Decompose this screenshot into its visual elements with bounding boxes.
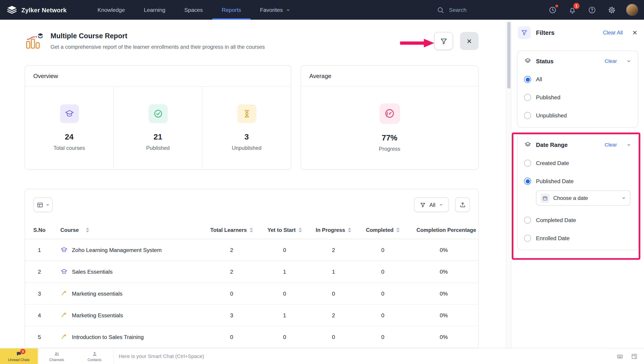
date-range-clear-link[interactable]: Clear (605, 142, 617, 148)
status-section-header[interactable]: Status Clear (524, 58, 631, 65)
nav-spaces[interactable]: Spaces (175, 0, 212, 20)
vertical-scrollbar[interactable] (506, 20, 511, 348)
table-row[interactable]: 1 Zoho Learning Management System 2 0 2 … (25, 239, 478, 261)
scrollbar-thumb[interactable] (507, 22, 511, 88)
tab-unread-chats[interactable]: 3 Unread Chats (0, 348, 38, 364)
funnel-icon (420, 202, 426, 208)
radio-selected[interactable] (524, 178, 531, 185)
smart-chat-input[interactable] (113, 348, 610, 364)
cell-yet-to-start: 1 (258, 268, 311, 275)
chatbar-right-icons (610, 348, 644, 364)
clear-all-link[interactable]: Clear All (603, 30, 623, 36)
notifications-button[interactable]: 1 (565, 3, 579, 17)
row-course[interactable]: Marketing Essentials (54, 312, 205, 319)
search-trigger[interactable]: Search (437, 6, 467, 14)
chevron-down-icon[interactable] (626, 58, 631, 64)
stat-total-courses: 24 Total courses (25, 86, 114, 168)
settings-button[interactable] (605, 3, 618, 17)
tab-label: Contacts (88, 358, 101, 362)
column-settings-button[interactable] (33, 198, 53, 212)
nav-favorites[interactable]: Favorites (251, 0, 300, 20)
radio-selected[interactable] (524, 76, 531, 83)
learning-path-icon (60, 333, 68, 340)
sort-icon[interactable] (348, 228, 351, 232)
date-option-published[interactable]: Published Date (524, 178, 631, 185)
course-name: Marketing Essentials (72, 312, 123, 318)
table-row[interactable]: 4 Marketing Essentials 3 1 2 0 0% (25, 304, 478, 326)
chevron-down-icon (286, 8, 290, 12)
row-course[interactable]: Introduction to Sales Training (54, 333, 205, 340)
cell-completed: 0 (356, 268, 410, 275)
date-range-section-title: Date Range (536, 142, 567, 148)
status-clear-link[interactable]: Clear (605, 58, 617, 64)
row-course[interactable]: Sales Essentials (54, 268, 205, 276)
report-filter-button[interactable] (434, 32, 453, 50)
cell-in-progress: 0 (311, 290, 356, 297)
user-avatar[interactable] (626, 4, 638, 16)
chat-window-icon[interactable] (631, 353, 638, 360)
cell-completion-pct: 0% (410, 334, 478, 340)
app-window: Zylker Network Knowledge Learning Spaces… (0, 0, 644, 364)
col-yet-to-start[interactable]: Yet to Start (258, 227, 311, 233)
table-row[interactable]: 5 Introduction to Sales Training 0 0 0 0… (25, 326, 478, 348)
status-option-unpublished[interactable]: Unpublished (524, 112, 631, 119)
radio[interactable] (524, 94, 531, 101)
radio[interactable] (524, 217, 531, 224)
radio[interactable] (524, 160, 531, 166)
row-course[interactable]: Zoho Learning Management System (54, 246, 205, 254)
date-option-enrolled[interactable]: Enrolled Date (524, 235, 631, 242)
tab-channels[interactable]: Channels (38, 348, 76, 364)
chevron-down-icon (46, 203, 50, 207)
nav-reports[interactable]: Reports (212, 0, 250, 20)
col-course[interactable]: Course (54, 227, 205, 233)
col-completed[interactable]: Completed (356, 227, 410, 233)
chevron-down-icon[interactable] (626, 142, 631, 147)
stat-label: Total courses (54, 145, 85, 151)
export-button[interactable] (455, 198, 470, 212)
courses-table-card: All S.No Course Total Learners Yet to St… (25, 189, 478, 348)
date-picker-dropdown[interactable]: Choose a date (536, 190, 630, 206)
courses-table: S.No Course Total Learners Yet to Start … (25, 221, 478, 348)
layers-icon (524, 141, 531, 148)
report-close-button[interactable]: ✕ (460, 32, 479, 50)
sort-icon[interactable] (396, 228, 400, 232)
table-row[interactable]: 3 Marketing essentials 0 0 0 0 0% (25, 283, 478, 304)
overview-card: Overview 24 Total courses 21 (25, 65, 291, 170)
col-completion-pct[interactable]: Completion Percentage (410, 227, 478, 233)
sort-icon[interactable] (298, 228, 302, 232)
status-option-all[interactable]: All (524, 76, 631, 83)
brand-name: Zylker Network (21, 6, 67, 13)
cell-completion-pct: 0% (410, 247, 478, 253)
calendar-icon (541, 194, 550, 202)
cell-completion-pct: 0% (410, 312, 478, 318)
date-range-section-header[interactable]: Date Range Clear (524, 141, 631, 148)
bell-badge: 1 (573, 3, 579, 9)
status-option-published[interactable]: Published (524, 94, 631, 101)
cell-total-learners: 3 (205, 312, 258, 318)
recent-activity-button[interactable] (545, 3, 559, 17)
tab-contacts[interactable]: Contacts (76, 348, 113, 364)
overview-stats: 24 Total courses 21 Published (25, 86, 291, 168)
nav-knowledge[interactable]: Knowledge (88, 0, 134, 20)
nav-learning[interactable]: Learning (134, 0, 175, 20)
help-button[interactable] (585, 3, 599, 17)
keyboard-icon[interactable] (616, 353, 624, 360)
table-row[interactable]: 2 Sales Essentials 2 1 1 0 0% (25, 261, 478, 282)
col-in-progress[interactable]: In Progress (311, 227, 356, 233)
stat-unpublished: 3 Unpublished (202, 86, 291, 168)
brand[interactable]: Zylker Network (0, 0, 67, 20)
row-course[interactable]: Marketing essentials (54, 290, 205, 297)
cell-in-progress: 1 (311, 268, 356, 275)
radio[interactable] (524, 235, 531, 242)
page-header-text: Multiple Course Report Get a comprehensi… (51, 32, 265, 50)
chevron-down-icon (621, 196, 626, 200)
col-total-learners[interactable]: Total Learners (205, 227, 258, 233)
table-filter-dropdown[interactable]: All (414, 198, 449, 212)
date-option-completed[interactable]: Completed Date (524, 217, 631, 224)
date-option-created[interactable]: Created Date (524, 160, 631, 166)
radio[interactable] (524, 112, 531, 119)
filters-close-button[interactable]: ✕ (632, 29, 637, 36)
filters-header: Filters Clear All ✕ (511, 20, 644, 45)
sort-icon[interactable] (86, 228, 89, 232)
sort-icon[interactable] (250, 228, 253, 232)
